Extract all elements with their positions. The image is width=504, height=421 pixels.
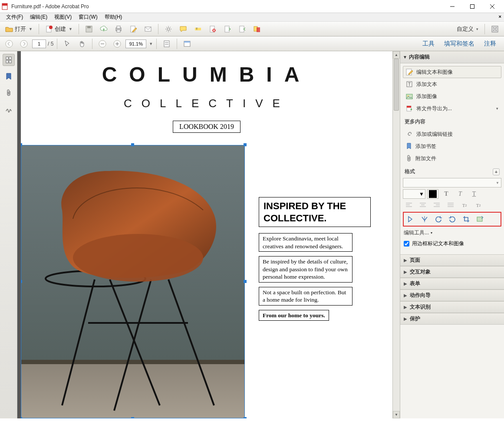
export-as-button[interactable]: 将文件导出为... ▾	[403, 102, 501, 115]
cloud-button[interactable]	[97, 23, 110, 35]
doc-close-button[interactable]: ×	[499, 14, 501, 19]
font-size-dropdown[interactable]: ▼	[403, 189, 425, 199]
save-button[interactable]	[82, 23, 96, 35]
accordion-interactive[interactable]: ▶交互对象	[400, 266, 504, 278]
stamp-button[interactable]	[206, 23, 219, 35]
prev-page-button[interactable]	[3, 38, 16, 49]
insert-button[interactable]	[236, 23, 249, 35]
add-bookmark-button[interactable]: 添加书签	[403, 140, 501, 152]
replace-image-button[interactable]	[474, 214, 486, 224]
page-number-input[interactable]	[32, 39, 46, 48]
thumbnails-tab[interactable]	[3, 54, 15, 66]
accordion-protection[interactable]: ▶保护	[400, 313, 504, 325]
combine-button[interactable]	[250, 23, 264, 35]
zoom-out-button[interactable]	[96, 38, 109, 49]
folder-open-icon	[5, 25, 13, 33]
comment-link[interactable]: 注释	[484, 40, 496, 48]
fullscreen-button[interactable]	[488, 23, 501, 35]
flip-horizontal-button[interactable]	[418, 214, 431, 224]
menu-help[interactable]: 帮助(H)	[101, 13, 126, 21]
highlight-button[interactable]: T	[191, 23, 204, 35]
hand-tool[interactable]	[76, 38, 89, 49]
fill-sign-link[interactable]: 填写和签名	[444, 40, 474, 48]
scroll-thumb[interactable]	[394, 59, 399, 111]
flip-vertical-icon	[407, 215, 415, 223]
attach-file-button[interactable]: 附加文件	[403, 152, 501, 164]
close-button[interactable]	[482, 0, 502, 13]
accordion-action-wizard[interactable]: ▶动作向导	[400, 289, 504, 301]
expand-format-button[interactable]: +	[493, 168, 500, 175]
mark-checkbox-input[interactable]	[404, 241, 409, 247]
align-right-button[interactable]	[431, 201, 443, 210]
minimize-button[interactable]	[442, 0, 462, 13]
open-button[interactable]: 打开▼	[3, 23, 35, 35]
svg-rect-51	[406, 94, 412, 99]
customize-button[interactable]: 自定义▾	[454, 23, 481, 35]
fit-width-button[interactable]	[160, 38, 173, 49]
next-page-button[interactable]	[17, 38, 30, 49]
menu-file[interactable]: 文件(F)	[3, 13, 26, 21]
title-bar: Furniture.pdf - Adobe Acrobat Pro	[0, 0, 504, 13]
accordion-page[interactable]: ▶页面	[400, 254, 504, 266]
flip-horizontal-icon	[421, 215, 428, 223]
menu-window[interactable]: 窗口(W)	[75, 13, 101, 21]
zoom-in-button[interactable]	[111, 38, 124, 49]
edit-doc-button[interactable]	[127, 23, 140, 35]
doc-paragraph: Be inspired by the details of culture, d…	[259, 256, 352, 283]
more-content-label: 更多内容	[405, 118, 500, 125]
email-button[interactable]	[142, 23, 155, 35]
align-center-button[interactable]	[417, 201, 429, 210]
rotate-ccw-button[interactable]	[432, 214, 445, 224]
menu-edit[interactable]: 编辑(E)	[26, 13, 51, 21]
format-label: 格式+	[405, 168, 500, 175]
accordion-forms[interactable]: ▶表单	[400, 278, 504, 289]
menu-view[interactable]: 视图(V)	[51, 13, 75, 21]
crop-button[interactable]	[460, 214, 472, 224]
rotate-cw-icon	[448, 215, 456, 223]
align-justify-button[interactable]	[445, 201, 457, 210]
attachments-tab[interactable]	[3, 87, 15, 99]
add-edit-link-button[interactable]: 添加或编辑链接	[403, 128, 501, 140]
flip-vertical-button[interactable]	[405, 214, 417, 224]
font-color-swatch[interactable]	[427, 189, 438, 199]
rotate-cw-button[interactable]	[446, 214, 458, 224]
main-toolbar: 打开▼ 创建▼ T 自定义▾	[0, 22, 504, 36]
tools-link[interactable]: 工具	[422, 40, 435, 48]
extract-button[interactable]	[221, 23, 234, 35]
document-area: COLUMBIA COLLECTIVE LOOKBOOK 2019	[17, 51, 400, 418]
pdf-page[interactable]: COLUMBIA COLLECTIVE LOOKBOOK 2019	[21, 51, 392, 418]
superscript-button[interactable]: T2	[458, 201, 471, 210]
panel-header-content-edit[interactable]: ▼内容编辑	[400, 51, 504, 63]
create-pdf-icon	[45, 25, 53, 33]
underline-button[interactable]: T	[468, 189, 480, 199]
add-image-button[interactable]: 添加图像	[403, 90, 501, 102]
comment-bubble-button[interactable]	[177, 23, 190, 35]
zoom-input[interactable]: 91.1%	[125, 39, 146, 48]
settings-button[interactable]	[162, 23, 175, 35]
vertical-scrollbar[interactable]: ▲ ▼	[392, 51, 400, 418]
mark-text-image-checkbox[interactable]: 用边框标记文本和图像	[404, 240, 501, 247]
print-button[interactable]	[112, 23, 125, 35]
edit-text-image-button[interactable]: 编辑文本和图像	[403, 66, 501, 78]
select-tool[interactable]	[61, 38, 74, 49]
bookmarks-tab[interactable]	[3, 70, 15, 82]
reading-mode-button[interactable]	[181, 38, 194, 49]
accordion-text-recognition[interactable]: ▶文本识别	[400, 301, 504, 313]
create-button[interactable]: 创建▼	[43, 23, 75, 35]
edit-tools-dropdown[interactable]: 编辑工具...▾	[404, 229, 501, 237]
scroll-up-button[interactable]: ▲	[393, 51, 400, 59]
bold-button[interactable]: T	[440, 189, 452, 199]
font-family-dropdown[interactable]: ▼	[403, 178, 501, 187]
italic-button[interactable]: T	[454, 189, 466, 199]
svg-rect-68	[477, 217, 482, 221]
svg-text:T: T	[408, 82, 411, 87]
thumbnails-icon	[5, 56, 12, 63]
scroll-down-button[interactable]: ▼	[393, 411, 400, 418]
add-text-button[interactable]: T 添加文本	[403, 78, 501, 90]
align-left-button[interactable]	[403, 201, 415, 210]
signatures-tab[interactable]	[3, 103, 15, 115]
maximize-button[interactable]	[462, 0, 482, 13]
subscript-button[interactable]: T2	[472, 201, 484, 210]
selected-image[interactable]	[21, 145, 245, 418]
svg-text:T: T	[196, 27, 198, 30]
